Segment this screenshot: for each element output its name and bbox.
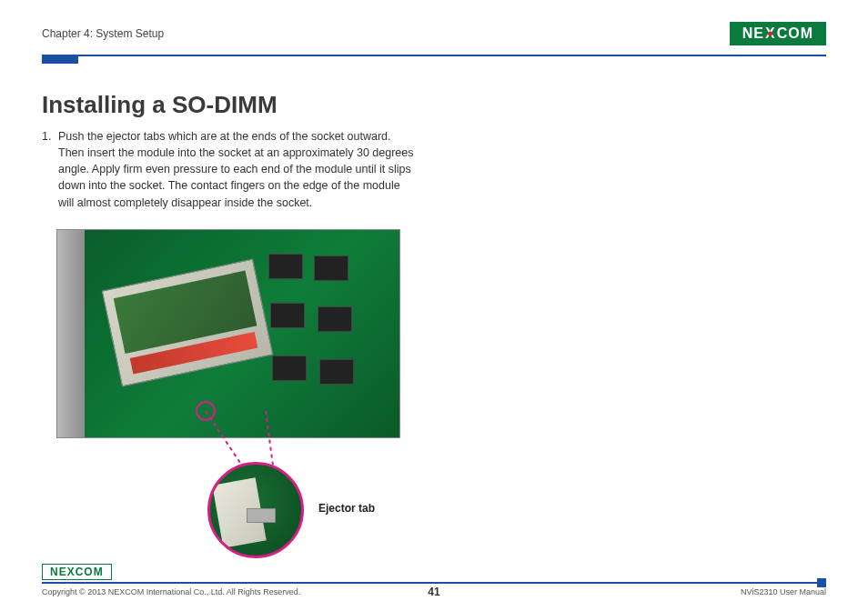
instruction-step: 1. Push the ejector tabs which are at th… <box>42 128 415 211</box>
motherboard-photo <box>56 229 400 438</box>
content-area: Installing a SO-DIMM 1. Push the ejector… <box>42 56 826 438</box>
footer-logo: NEXCOM <box>42 564 112 580</box>
manual-page: Chapter 4: System Setup NEXCOM Installin… <box>0 0 868 611</box>
page-footer: NEXCOM Copyright © 2013 NEXCOM Internati… <box>42 563 826 596</box>
nexcom-logo: NEXCOM <box>730 22 826 45</box>
module-sticker <box>130 332 258 375</box>
step-number: 1. <box>42 128 53 211</box>
header-divider <box>42 55 826 56</box>
page-number: 41 <box>428 586 439 598</box>
page-header: Chapter 4: System Setup NEXCOM <box>42 18 826 49</box>
board-chips <box>263 248 372 412</box>
ejector-tab-zoom <box>207 462 304 558</box>
footer-row: Copyright © 2013 NEXCOM International Co… <box>42 587 826 596</box>
footer-divider <box>42 582 826 584</box>
section-heading: Installing a SO-DIMM <box>42 91 826 119</box>
ejector-tab-label: Ejector tab <box>318 502 375 515</box>
copyright-text: Copyright © 2013 NEXCOM International Co… <box>42 587 300 596</box>
step-text: Push the ejector tabs which are at the e… <box>58 128 415 211</box>
sodimm-module <box>102 258 274 386</box>
document-title: NViS2310 User Manual <box>741 587 826 596</box>
figure-block: Ejector tab <box>42 229 406 438</box>
chapter-label: Chapter 4: System Setup <box>42 27 164 40</box>
